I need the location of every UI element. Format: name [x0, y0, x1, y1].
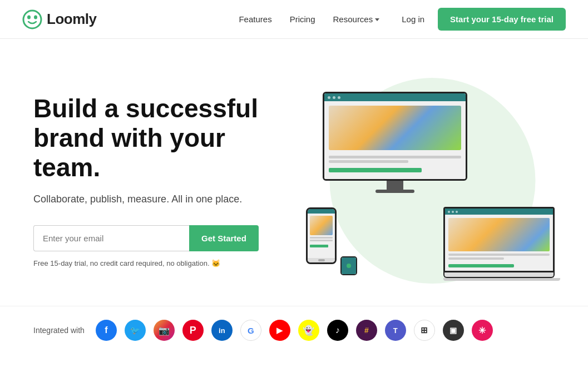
phone-home-button — [318, 259, 325, 261]
laptop-image — [448, 218, 550, 251]
nav-pricing[interactable]: Pricing — [290, 14, 315, 24]
logo-text: Loomly — [47, 11, 96, 28]
slack-icon: # — [356, 320, 377, 341]
monitor-image — [329, 106, 461, 150]
hootsuite-icon: ⊞ — [414, 320, 435, 341]
monitor-illustration — [323, 92, 467, 193]
pinterest-icon: P — [182, 320, 204, 341]
login-link[interactable]: Log in — [402, 14, 424, 24]
facebook-icon: f — [96, 320, 117, 341]
microsoft-teams-icon: T — [385, 320, 406, 341]
linkedin-icon: in — [211, 320, 233, 341]
phone-content — [308, 214, 335, 258]
phone-bar — [310, 245, 328, 247]
monitor — [323, 92, 467, 193]
laptop-illustration — [443, 207, 555, 281]
snapchat-icon: 👻 — [298, 320, 319, 341]
laptop — [443, 207, 555, 281]
laptop-bar — [448, 264, 514, 267]
laptop-lines — [448, 254, 550, 267]
laptop-dot — [452, 211, 454, 213]
watch-illustration — [340, 256, 357, 275]
buffer-icon: ▣ — [443, 320, 464, 341]
monitor-topbar — [324, 93, 466, 101]
phone-line — [310, 240, 333, 241]
email-input[interactable] — [33, 225, 189, 251]
laptop-line — [448, 254, 550, 256]
phone-line — [310, 237, 333, 239]
instagram-icon: 📷 — [154, 320, 175, 341]
svg-point-0 — [23, 11, 41, 28]
monitor-screen — [323, 92, 467, 181]
get-started-button[interactable]: Get Started — [189, 225, 259, 251]
svg-point-2 — [34, 15, 37, 19]
monitor-dot — [333, 96, 335, 99]
phone-image — [310, 216, 333, 235]
free-trial-note: Free 15-day trial, no credit card requir… — [33, 259, 278, 267]
hero-section: Build a successful brand with your team.… — [0, 39, 588, 306]
monitor-base — [375, 190, 414, 193]
navbar: Loomly Features Pricing Resources Log in… — [0, 0, 588, 39]
monitor-img-inner — [329, 106, 461, 150]
svg-point-1 — [27, 15, 31, 19]
phone-home — [308, 258, 335, 262]
twitter-icon: 🐦 — [125, 320, 146, 341]
monitor-lines — [329, 153, 461, 175]
nav-cta-button[interactable]: Start your 15-day free trial — [438, 8, 566, 31]
hero-illustration — [289, 75, 555, 286]
monitor-line — [329, 156, 461, 158]
hero-left: Build a successful brand with your team.… — [33, 94, 289, 267]
nav-resources[interactable]: Resources — [333, 14, 380, 24]
watch-indicator — [347, 264, 351, 268]
hero-title: Build a successful brand with your team. — [33, 94, 278, 182]
watch-screen — [342, 257, 356, 274]
integration-icons: f 🐦 📷 P in G ▶ 👻 ♪ # T ⊞ ▣ ✳ — [96, 320, 493, 341]
monitor-dot — [338, 96, 340, 99]
laptop-keyboard — [443, 272, 555, 278]
watch — [340, 256, 357, 275]
monitor-line — [329, 160, 408, 163]
laptop-content — [445, 215, 553, 271]
hero-subtitle: Collaborate, publish, measure. All in on… — [33, 194, 278, 205]
monitor-content — [324, 101, 466, 179]
integrations-label: Integrated with — [33, 326, 85, 335]
youtube-icon: ▶ — [269, 320, 290, 341]
laptop-base — [443, 278, 560, 281]
monitor-bar — [329, 168, 422, 172]
integrations-bar: Integrated with f 🐦 📷 P in G ▶ 👻 ♪ # T ⊞… — [0, 306, 588, 354]
laptop-line — [448, 257, 504, 260]
email-cta-row: Get Started — [33, 225, 278, 251]
nav-features[interactable]: Features — [239, 14, 271, 24]
laptop-screen — [443, 207, 555, 272]
phone — [306, 207, 337, 264]
monitor-stand — [387, 181, 403, 190]
laptop-topbar — [445, 209, 553, 215]
phone-illustration — [306, 207, 337, 264]
laptop-dot — [448, 211, 450, 213]
monitor-dot — [328, 96, 330, 99]
tiktok-icon: ♪ — [327, 320, 348, 341]
google-calendar-icon: G — [240, 320, 261, 341]
logo[interactable]: Loomly — [22, 9, 96, 29]
loomly-logo-icon — [22, 9, 42, 29]
laptop-dot — [456, 211, 458, 213]
phone-lines — [310, 237, 333, 247]
chevron-down-icon — [375, 18, 379, 21]
phone-topbar — [308, 209, 335, 214]
zapier-icon: ✳ — [472, 320, 493, 341]
nav-links: Features Pricing Resources — [239, 14, 379, 24]
